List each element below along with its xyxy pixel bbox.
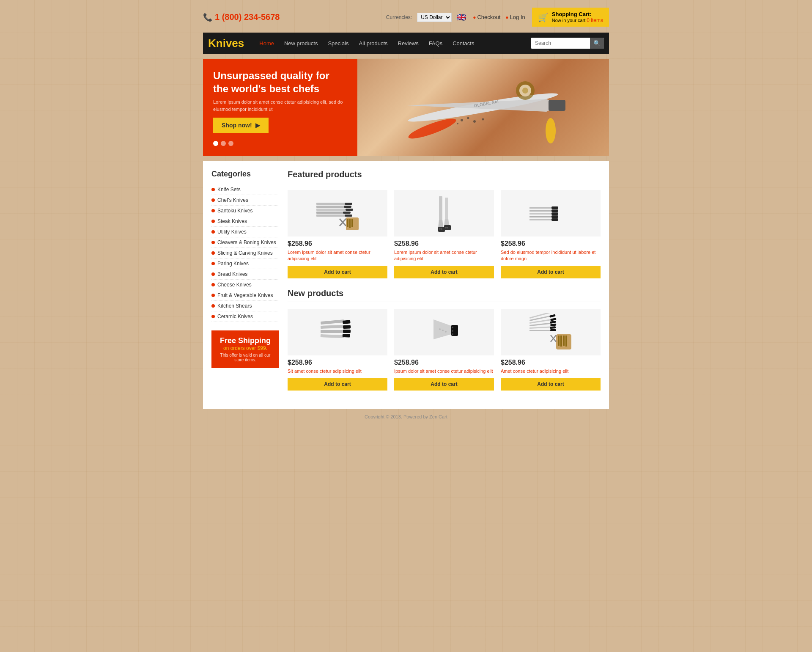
- svg-rect-43: [529, 216, 553, 217]
- nav-link-reviews[interactable]: Reviews: [393, 33, 424, 54]
- sidebar-item-chefs-knives[interactable]: Chef's Knives: [211, 195, 279, 206]
- svg-point-33: [439, 228, 441, 230]
- product-price-3: $258.96: [501, 240, 525, 248]
- nav-link-faqs[interactable]: FAQs: [424, 33, 448, 54]
- add-to-cart-button-1[interactable]: Add to cart: [288, 266, 387, 278]
- svg-rect-80: [560, 336, 562, 347]
- svg-rect-42: [529, 213, 553, 215]
- bullet-icon: [211, 283, 215, 286]
- bullet-icon: [211, 241, 215, 244]
- svg-rect-21: [346, 209, 353, 211]
- svg-rect-16: [316, 209, 347, 211]
- nav-links: Home New products Specials All products …: [254, 33, 531, 54]
- hero-image: GLOBAL SAI: [357, 59, 609, 156]
- featured-product-2: $258.96 Lorem ipsum dolor sit amet conse…: [394, 190, 494, 278]
- nav-link-home[interactable]: Home: [254, 33, 279, 54]
- bullet-icon: [211, 315, 215, 318]
- svg-rect-45: [551, 206, 558, 209]
- svg-point-60: [452, 327, 453, 328]
- login-link[interactable]: ● Log In: [505, 14, 525, 20]
- phone-icon: 📞: [203, 13, 212, 22]
- sidebar-item-shears[interactable]: Kitchen Shears: [211, 301, 279, 311]
- svg-rect-19: [345, 203, 352, 205]
- nav-link-all-products[interactable]: All products: [354, 33, 393, 54]
- dot-3[interactable]: [228, 141, 233, 146]
- nav-link-contacts[interactable]: Contacts: [447, 33, 479, 54]
- svg-rect-18: [316, 215, 346, 217]
- svg-rect-20: [344, 206, 351, 208]
- svg-rect-47: [551, 212, 558, 215]
- svg-rect-40: [529, 207, 553, 209]
- product-image-1: [288, 190, 387, 237]
- hero-cta-button[interactable]: Shop now! ▶: [213, 118, 269, 133]
- sidebar-item-steak[interactable]: Steak Knives: [211, 216, 279, 227]
- svg-rect-71: [529, 330, 551, 331]
- svg-point-65: [445, 331, 447, 333]
- hero-background: GLOBAL SAI: [357, 59, 609, 156]
- svg-point-7: [522, 88, 528, 94]
- svg-rect-79: [558, 336, 560, 346]
- logo[interactable]: Knives: [208, 37, 244, 50]
- new-product-price-1: $258.96: [288, 359, 312, 366]
- featured-product-3: $258.96 Sed do eiusmod tempor incididunt…: [501, 190, 601, 278]
- cart-items-link[interactable]: 0 items: [587, 17, 603, 23]
- new-product-image-2: [394, 309, 494, 355]
- sidebar-item-slicing[interactable]: Slicing & Carving Knives: [211, 248, 279, 259]
- product-desc-3: Sed do eiusmod tempor incididunt ut labo…: [501, 249, 601, 262]
- sidebar: Categories Knife Sets Chef's Knives Sant…: [211, 170, 279, 401]
- sidebar-item-cleavers[interactable]: Cleavers & Boning Knives: [211, 237, 279, 248]
- sidebar-item-fruit-veg[interactable]: Fruit & Vegetable Knives: [211, 290, 279, 301]
- dot-1[interactable]: [213, 141, 218, 146]
- cart-icon: 🛒: [538, 12, 549, 22]
- currency-label: Currencies:: [386, 14, 412, 20]
- sidebar-item-bread[interactable]: Bread Knives: [211, 269, 279, 280]
- currency-select[interactable]: US Dollar Euro GBP: [417, 13, 452, 22]
- add-to-cart-new-button-2[interactable]: Add to cart: [394, 378, 494, 391]
- bullet-icon: [211, 220, 215, 223]
- search-input[interactable]: [531, 38, 590, 48]
- sidebar-item-utility[interactable]: Utility Knives: [211, 227, 279, 237]
- add-to-cart-button-2[interactable]: Add to cart: [394, 266, 494, 278]
- sidebar-item-cheese[interactable]: Cheese Knives: [211, 280, 279, 290]
- sidebar-item-knife-sets[interactable]: Knife Sets: [211, 184, 279, 195]
- bullet-icon: [211, 251, 215, 255]
- sidebar-item-paring[interactable]: Paring Knives: [211, 259, 279, 269]
- add-to-cart-new-button-1[interactable]: Add to cart: [288, 378, 387, 391]
- dot-2[interactable]: [221, 141, 226, 146]
- hero-title: Unsurpassed quality for the world's best…: [213, 69, 347, 95]
- svg-rect-72: [549, 314, 556, 317]
- new-product-desc-1: Sit amet conse ctetur adipisicing elit: [288, 368, 362, 374]
- bullet-icon: [211, 304, 215, 308]
- search-button[interactable]: 🔍: [590, 38, 604, 49]
- sidebar-item-santoku[interactable]: Santoku Knives: [211, 206, 279, 216]
- add-to-cart-new-button-3[interactable]: Add to cart: [501, 378, 601, 391]
- free-shipping-banner: Free Shipping on orders over $99. This o…: [211, 330, 279, 368]
- free-ship-note: This offer is valid on all our store ite…: [217, 353, 274, 362]
- bullet-icon: [211, 230, 215, 234]
- checkout-link[interactable]: ● Checkout: [473, 14, 500, 20]
- featured-title: Featured products: [288, 170, 601, 183]
- free-ship-title: Free Shipping: [217, 336, 274, 345]
- add-to-cart-button-3[interactable]: Add to cart: [501, 266, 601, 278]
- new-product-3: $258.96 Amet conse ctetur adipisicing el…: [501, 309, 601, 391]
- sidebar-item-ceramic[interactable]: Ceramic Knives: [211, 311, 279, 322]
- svg-point-63: [439, 328, 441, 330]
- svg-rect-82: [565, 336, 567, 347]
- svg-point-39: [447, 227, 448, 228]
- checkout-links: ● Checkout ● Log In: [473, 14, 525, 20]
- svg-rect-81: [563, 336, 565, 346]
- svg-rect-53: [321, 334, 344, 338]
- nav-link-specials[interactable]: Specials: [323, 33, 354, 54]
- footer: Copyright © 2013. Powered by Zen Cart: [203, 409, 609, 424]
- hero-knife-svg: GLOBAL SAI: [398, 65, 568, 150]
- svg-rect-48: [551, 215, 558, 218]
- svg-rect-25: [347, 219, 348, 227]
- new-product-price-3: $258.96: [501, 359, 525, 366]
- nav-link-new-products[interactable]: New products: [279, 33, 323, 54]
- svg-point-34: [441, 228, 442, 230]
- svg-rect-49: [551, 218, 558, 221]
- svg-rect-44: [529, 219, 553, 220]
- svg-rect-2: [549, 100, 565, 111]
- svg-rect-52: [321, 330, 344, 333]
- new-product-desc-2: Ipsum dolor sit amet conse ctetur adipis…: [394, 368, 493, 374]
